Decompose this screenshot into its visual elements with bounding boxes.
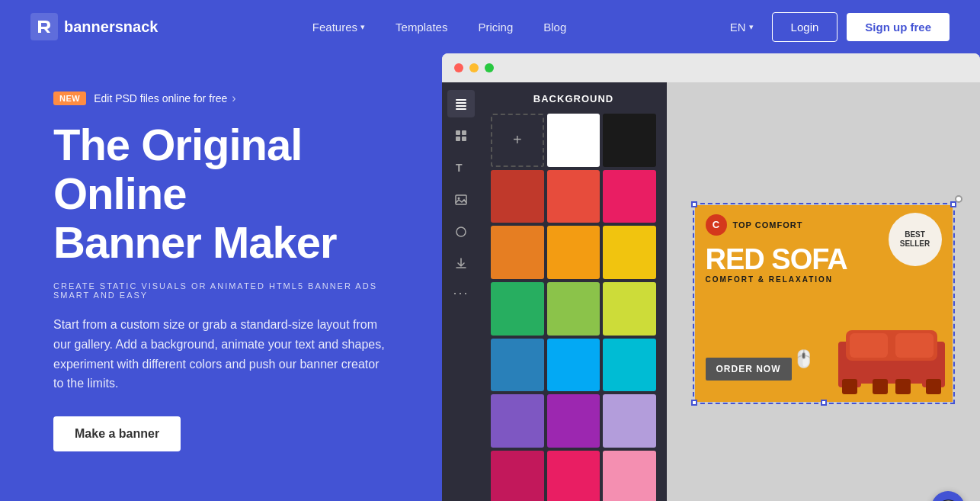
color-swatch-pink-light[interactable] <box>603 451 656 501</box>
sidebar-export-icon[interactable] <box>447 250 475 278</box>
new-badge: NEW <box>53 92 86 105</box>
color-swatch-black[interactable] <box>603 114 656 167</box>
color-swatch-dark-red[interactable] <box>491 170 544 223</box>
handle-rotate <box>955 195 962 203</box>
hero-left: NEW Edit PSD files online for free › The… <box>0 53 442 501</box>
svg-rect-21 <box>850 333 888 358</box>
ad-logo: C <box>706 214 727 236</box>
svg-point-12 <box>456 227 466 236</box>
arrow-icon: › <box>232 92 235 105</box>
ad-order-button: ORDER NOW <box>706 358 792 381</box>
language-selector[interactable]: EN ▾ <box>721 14 763 40</box>
nav-actions: EN ▾ Login Sign up free <box>721 12 950 42</box>
make-banner-button[interactable]: Make a banner <box>53 416 181 451</box>
chevron-down-icon: ▾ <box>360 22 365 32</box>
browser-bar <box>442 53 980 82</box>
color-swatch-yellow[interactable] <box>603 226 656 279</box>
navbar: bannersnack Features ▾ Templates Pricing… <box>0 0 980 53</box>
browser-dot-red <box>454 63 463 72</box>
ad-best-seller-badge: BEST SELLER <box>889 213 942 266</box>
color-swatch-cyan[interactable] <box>603 339 656 392</box>
hero-title: The Original Online Banner Maker <box>53 120 412 266</box>
ad-banner: C TOP COMFORT BEST SELLER RED SOFA <box>694 204 953 403</box>
canvas-area: C TOP COMFORT BEST SELLER RED SOFA <box>667 82 980 501</box>
hero-subtitle: CREATE STATIC VISUALS OR ANIMATED HTML5 … <box>53 281 412 300</box>
logo-icon <box>30 13 58 40</box>
browser-dot-green <box>485 63 494 72</box>
svg-rect-22 <box>895 333 934 358</box>
svg-rect-5 <box>456 130 460 135</box>
browser-mockup: T <box>442 53 980 501</box>
svg-rect-7 <box>456 136 460 141</box>
bg-panel-title: BACKGROUND <box>491 93 656 104</box>
logo[interactable]: bannersnack <box>30 13 158 40</box>
logo-text: bannersnack <box>64 18 158 36</box>
new-badge-text[interactable]: Edit PSD files online for free › <box>94 92 235 105</box>
color-swatch-blue[interactable] <box>547 339 600 392</box>
sidebar-more-dots[interactable]: ··· <box>453 285 469 301</box>
svg-rect-1 <box>456 99 466 101</box>
color-swatch-orange-dark[interactable] <box>491 226 544 279</box>
signup-button[interactable]: Sign up free <box>847 13 950 41</box>
ad-top-comfort-text: TOP COMFORT <box>733 220 803 230</box>
color-swatch-lime[interactable] <box>603 282 656 336</box>
color-swatch-purple-dark[interactable] <box>491 394 544 448</box>
browser-content: T <box>442 82 980 501</box>
sidebar-layout-icon[interactable] <box>447 122 475 149</box>
svg-rect-17 <box>842 379 857 394</box>
hero-section: NEW Edit PSD files online for free › The… <box>0 53 980 501</box>
banner-container: C TOP COMFORT BEST SELLER RED SOFA <box>694 204 953 403</box>
svg-rect-2 <box>456 102 466 104</box>
svg-rect-18 <box>926 379 941 394</box>
color-swatch-purple[interactable] <box>547 394 600 448</box>
nav-blog[interactable]: Blog <box>531 14 578 40</box>
nav-features[interactable]: Features ▾ <box>300 14 377 40</box>
ad-subtitle: COMFORT & RELAXATION <box>695 274 953 285</box>
color-swatch-pink-red[interactable] <box>603 170 656 223</box>
background-panel: BACKGROUND + <box>480 82 667 501</box>
sidebar-image-icon[interactable] <box>447 186 475 214</box>
color-grid: + <box>491 114 656 501</box>
svg-point-11 <box>458 198 460 200</box>
sidebar-layers-icon[interactable] <box>447 90 475 117</box>
color-swatch-lavender[interactable] <box>603 394 656 448</box>
chevron-down-icon-lang: ▾ <box>749 22 754 32</box>
sidebar-text-icon[interactable]: T <box>447 154 475 181</box>
login-button[interactable]: Login <box>772 12 838 42</box>
svg-rect-8 <box>462 136 466 141</box>
color-swatch-green-light[interactable] <box>547 282 600 336</box>
svg-rect-6 <box>462 130 466 135</box>
svg-text:T: T <box>456 162 463 174</box>
editor-sidebar: T <box>442 82 480 501</box>
svg-rect-19 <box>873 379 888 394</box>
browser-dot-yellow <box>469 63 479 72</box>
svg-rect-4 <box>456 108 466 110</box>
color-swatch-green-dark[interactable] <box>491 282 544 336</box>
new-badge-wrapper: NEW Edit PSD files online for free › <box>53 92 412 105</box>
color-swatch-orange[interactable] <box>547 226 600 279</box>
hero-description: Start from a custom size or grab a stand… <box>53 315 389 393</box>
sofa-image <box>831 300 953 402</box>
color-swatch-red[interactable] <box>547 170 600 223</box>
svg-rect-3 <box>456 105 466 107</box>
nav-pricing[interactable]: Pricing <box>466 14 525 40</box>
nav-templates[interactable]: Templates <box>383 14 460 40</box>
nav-links: Features ▾ Templates Pricing Blog <box>300 14 578 40</box>
add-color-button[interactable]: + <box>491 114 544 167</box>
color-swatch-white[interactable] <box>547 114 600 167</box>
hero-right: T <box>442 53 980 501</box>
sidebar-shapes-icon[interactable] <box>447 218 475 246</box>
color-swatch-magenta-dark[interactable] <box>491 451 544 501</box>
color-swatch-magenta[interactable] <box>547 451 600 501</box>
svg-rect-20 <box>895 379 911 394</box>
color-swatch-blue-dark[interactable] <box>491 339 544 392</box>
